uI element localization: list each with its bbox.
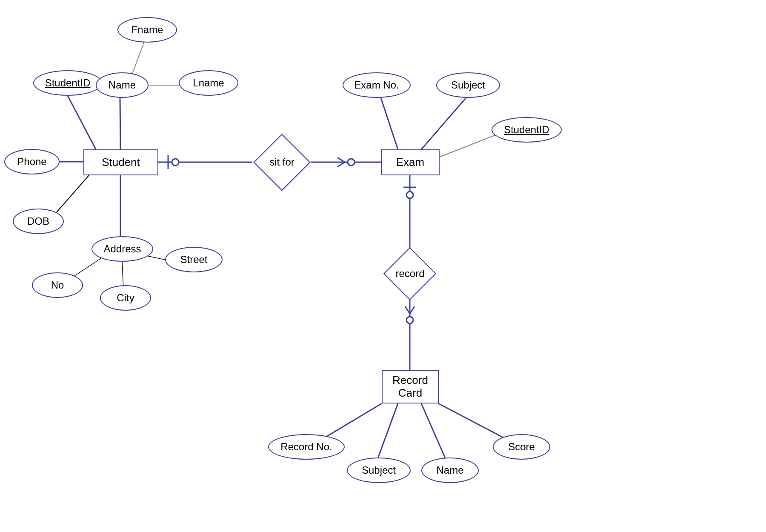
attr-name: Name xyxy=(96,72,149,98)
svg-point-20 xyxy=(406,192,413,198)
svg-point-13 xyxy=(172,159,179,166)
entity-student: Student xyxy=(83,149,158,175)
svg-line-17 xyxy=(438,134,498,157)
attr-fname: Fname xyxy=(117,17,177,43)
attr-address: Address xyxy=(91,236,153,262)
relationship-sit-for-label: sit for xyxy=(269,156,294,168)
attr-lname: Lname xyxy=(179,70,238,96)
attr-city: City xyxy=(100,285,151,311)
attr-record-no: Record No. xyxy=(268,434,345,460)
attr-score: Score xyxy=(493,434,550,460)
svg-line-2 xyxy=(132,40,145,74)
svg-line-24 xyxy=(377,403,398,462)
relationship-sit-for: sit for xyxy=(253,136,311,188)
svg-point-22 xyxy=(406,317,413,323)
er-diagram: { "entities": { "student": "Student", "e… xyxy=(0,0,766,532)
attr-student-id-exam: StudentID xyxy=(492,117,562,143)
svg-point-14 xyxy=(348,159,354,166)
svg-line-15 xyxy=(381,98,398,149)
entity-exam: Exam xyxy=(381,149,440,175)
attr-subject-rec: Subject xyxy=(347,458,411,483)
entity-record-card: Record Card xyxy=(382,370,439,403)
relationship-record: record xyxy=(381,249,439,298)
attr-street: Street xyxy=(165,247,223,272)
attr-name-rec: Name xyxy=(421,458,479,483)
svg-line-0 xyxy=(67,95,98,153)
svg-line-25 xyxy=(421,403,447,462)
attr-no: No xyxy=(32,272,83,298)
relationship-record-label: record xyxy=(395,268,424,280)
svg-line-16 xyxy=(421,98,466,149)
attr-student-id: StudentID xyxy=(33,70,102,96)
svg-line-1 xyxy=(120,98,120,149)
attr-subject-exam: Subject xyxy=(436,72,500,98)
attr-phone: Phone xyxy=(4,149,60,174)
attr-dob: DOB xyxy=(13,209,64,234)
attr-exam-no: Exam No. xyxy=(343,72,411,98)
